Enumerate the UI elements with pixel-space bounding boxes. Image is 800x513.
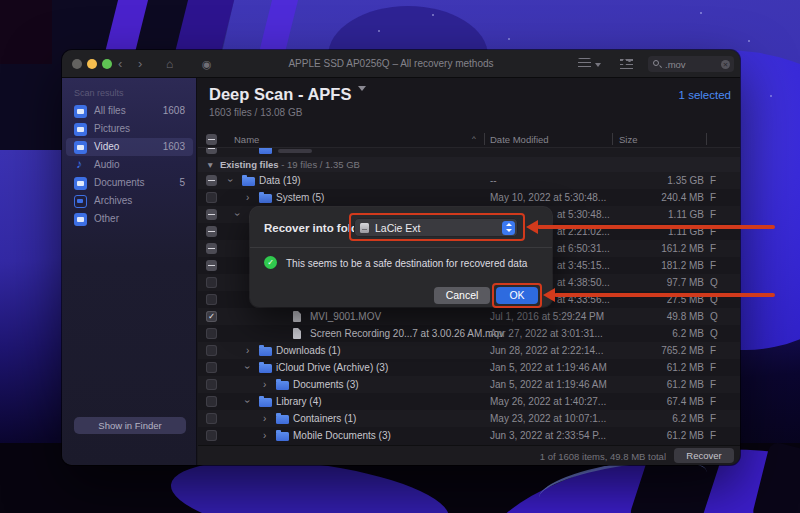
zoom-button[interactable]: [102, 59, 112, 69]
table-row[interactable]: ›System (5)May 10, 2022 at 5:30:48...240…: [198, 189, 740, 206]
row-checkbox[interactable]: [206, 175, 217, 186]
disclosure-closed-icon[interactable]: ›: [263, 431, 266, 440]
folder-icon: [259, 148, 272, 154]
row-checkbox[interactable]: ✓: [206, 311, 217, 322]
section-label: Existing files: [220, 159, 279, 170]
pictures-icon: [74, 123, 87, 136]
view-options-icon[interactable]: [578, 58, 591, 69]
row-name: Data (19): [259, 175, 301, 186]
row-checkbox[interactable]: [206, 294, 217, 305]
rescan-icon[interactable]: ◉: [202, 56, 212, 73]
other-icon: [74, 213, 87, 226]
disclosure-open-icon[interactable]: ▼: [206, 160, 214, 170]
disclosure-open-icon[interactable]: ›: [226, 179, 235, 182]
row-checkbox[interactable]: [206, 328, 217, 339]
column-header-date[interactable]: Date Modified: [490, 134, 549, 145]
clear-search-icon[interactable]: ✕: [721, 60, 730, 69]
row-checkbox[interactable]: [206, 396, 217, 407]
file-icon: [293, 311, 301, 322]
clipped-row[interactable]: [198, 148, 740, 157]
selection-summary: 1 of 1608 items, 49.8 MB total: [540, 451, 666, 462]
row-checkbox[interactable]: [206, 277, 217, 288]
forward-button[interactable]: ›: [138, 55, 142, 72]
sidebar-item-documents[interactable]: Documents5: [66, 174, 193, 192]
row-size: 61.2 MB: [624, 430, 704, 441]
row-checkbox[interactable]: [206, 362, 217, 373]
annotation-arrow-folder-select: [537, 225, 775, 229]
sidebar-item-label: Pictures: [94, 123, 130, 134]
wallpaper-star: [432, 14, 434, 16]
sidebar-item-count: 5: [179, 177, 185, 188]
sidebar-item-video[interactable]: Video1603: [66, 138, 193, 156]
row-date-modified: May 23, 2022 at 10:07:1...: [490, 413, 606, 424]
row-checkbox[interactable]: [206, 345, 217, 356]
row-type: F: [710, 413, 716, 424]
annotation-arrow-ok-button: [554, 293, 775, 297]
sidebar-item-other[interactable]: Other: [66, 210, 193, 228]
column-header-size[interactable]: Size: [619, 134, 637, 145]
row-date-modified: Jun 28, 2022 at 2:22:14...: [490, 345, 603, 356]
row-checkbox[interactable]: [206, 260, 217, 271]
folder-icon: [242, 177, 255, 186]
sidebar-item-label: Documents: [94, 177, 145, 188]
table-row[interactable]: ✓MVI_9001.MOVJul 1, 2016 at 5:29:24 PM49…: [198, 308, 740, 325]
show-in-finder-button[interactable]: Show in Finder: [74, 417, 186, 434]
selected-count: 1 selected: [679, 89, 731, 101]
table-row[interactable]: ›Documents (3)Jan 5, 2022 at 1:19:46 AM6…: [198, 376, 740, 393]
row-date-modified: at 6:50:31...: [557, 243, 610, 254]
table-row[interactable]: ›iCloud Drive (Archive) (3)Jan 5, 2022 a…: [198, 359, 740, 376]
row-checkbox[interactable]: [206, 413, 217, 424]
wallpaper-star: [508, 38, 510, 40]
row-size: 765.2 MB: [624, 345, 704, 356]
row-checkbox[interactable]: [206, 430, 217, 441]
row-type: F: [710, 379, 716, 390]
row-date-modified: at 5:30:48...: [557, 209, 610, 220]
chevron-down-icon[interactable]: [595, 63, 601, 67]
disclosure-closed-icon[interactable]: ›: [246, 346, 249, 355]
minimize-button[interactable]: [87, 59, 97, 69]
disclosure-closed-icon[interactable]: ›: [263, 414, 266, 423]
section-header-existing-files[interactable]: ▼ Existing files - 19 files / 1.35 GB: [198, 157, 740, 172]
sort-ascending-icon[interactable]: ^: [472, 134, 476, 143]
sidebar-item-pictures[interactable]: Pictures: [66, 120, 193, 138]
select-all-checkbox[interactable]: [206, 134, 217, 145]
wallpaper-star: [378, 30, 380, 32]
disclosure-open-icon[interactable]: ›: [243, 366, 252, 369]
table-row[interactable]: ›Downloads (1)Jun 28, 2022 at 2:22:14...…: [198, 342, 740, 359]
search-input[interactable]: .mov ✕: [648, 56, 734, 72]
column-header-name[interactable]: Name: [234, 134, 259, 145]
filter-icon[interactable]: [620, 59, 633, 69]
row-checkbox[interactable]: [206, 209, 217, 220]
row-checkbox[interactable]: [206, 243, 217, 254]
cancel-button[interactable]: Cancel: [434, 287, 490, 304]
home-icon[interactable]: ⌂: [166, 56, 173, 73]
sidebar-item-all-files[interactable]: All files1608: [66, 102, 193, 120]
row-checkbox[interactable]: [206, 379, 217, 390]
disclosure-closed-icon[interactable]: ›: [263, 380, 266, 389]
column-divider: [706, 133, 707, 145]
table-row[interactable]: ›Mobile Documents (3)Jun 3, 2022 at 2:33…: [198, 427, 740, 444]
sidebar-item-archives[interactable]: Archives: [66, 192, 193, 210]
table-row[interactable]: ›Library (4)May 26, 2022 at 1:40:27...67…: [198, 393, 740, 410]
close-button[interactable]: [72, 59, 82, 69]
back-button[interactable]: ‹: [118, 55, 122, 72]
table-row[interactable]: ›Data (19)--1.35 GBF: [198, 172, 740, 189]
disclosure-open-icon[interactable]: ›: [233, 213, 242, 216]
disclosure-open-icon[interactable]: ›: [243, 400, 252, 403]
table-row[interactable]: ›Containers (1)May 23, 2022 at 10:07:1..…: [198, 410, 740, 427]
disclosure-closed-icon[interactable]: ›: [246, 193, 249, 202]
recover-button[interactable]: Recover: [674, 448, 734, 463]
row-checkbox[interactable]: [206, 226, 217, 237]
sidebar-item-audio[interactable]: Audio: [66, 156, 193, 174]
table-row[interactable]: Screen Recording 20...7 at 3.00.26 AM.mo…: [198, 325, 740, 342]
chevron-down-icon[interactable]: [358, 86, 366, 91]
wallpaper-star: [748, 40, 750, 42]
sidebar-section-label: Scan results: [74, 88, 124, 98]
annotation-box-ok-button: [492, 283, 542, 308]
dialog-divider: [250, 247, 552, 248]
row-checkbox[interactable]: [206, 148, 217, 154]
row-size: 97.7 MB: [624, 277, 704, 288]
search-value: .mov: [665, 59, 686, 70]
folder-icon: [276, 415, 289, 424]
row-checkbox[interactable]: [206, 192, 217, 203]
